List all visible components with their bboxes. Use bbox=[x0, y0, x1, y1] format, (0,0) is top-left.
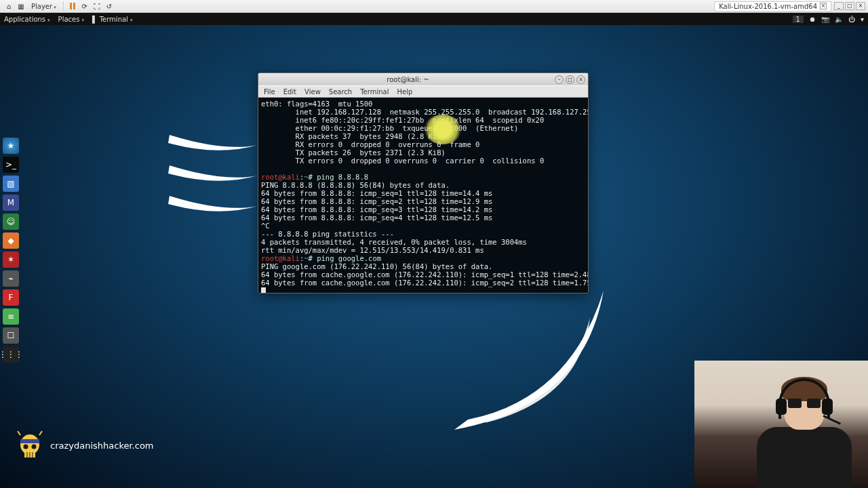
svg-rect-1 bbox=[20, 439, 39, 443]
terminal-glyph-icon: ▌ bbox=[92, 16, 98, 23]
terminal-body[interactable]: eth0: flags=4163 mtu 1500 inet 192.168.1… bbox=[258, 98, 588, 293]
swoosh-decoration-large bbox=[448, 270, 624, 433]
svg-point-2 bbox=[24, 445, 28, 449]
window-controls: – ◻ × bbox=[555, 75, 585, 84]
workspace-indicator[interactable]: 1 bbox=[793, 16, 804, 23]
guest-desktop: Applications Places ▌Terminal 1 ⏺ 📷 🔈 ⏻ … bbox=[0, 13, 868, 488]
vm-tab[interactable]: Kali-Linux-2016.1-vm-amd64 × bbox=[714, 1, 831, 12]
terminal-window: root@kali: ~ – ◻ × FileEditViewSearchTer… bbox=[258, 73, 589, 293]
gnome-tray: 1 ⏺ 📷 🔈 ⏻ ▾ bbox=[793, 16, 864, 23]
viking-skull-icon bbox=[16, 431, 43, 460]
home-icon[interactable]: ⌂ bbox=[4, 1, 14, 11]
watermark: crazydanishhacker.com bbox=[16, 431, 154, 460]
terminal-title: root@kali: ~ bbox=[261, 76, 555, 83]
swoosh-decoration bbox=[163, 128, 264, 223]
vmware-minimize-icon[interactable]: _ bbox=[834, 2, 844, 10]
dock-metasploit[interactable]: M bbox=[3, 195, 19, 211]
terminal-menu-edit[interactable]: Edit bbox=[283, 88, 296, 96]
window-minimize-icon[interactable]: – bbox=[555, 75, 564, 84]
vmware-maximize-icon[interactable]: □ bbox=[845, 2, 854, 10]
volume-icon[interactable]: 🔈 bbox=[835, 16, 843, 23]
dock: ★>_▧M☺◆✶⌁F≡☐⋮⋮⋮ bbox=[0, 135, 22, 365]
camera-icon[interactable]: 📷 bbox=[821, 16, 829, 23]
terminal-titlebar[interactable]: root@kali: ~ – ◻ × bbox=[258, 73, 588, 85]
terminal-menubar: FileEditViewSearchTerminalHelp bbox=[258, 85, 588, 98]
vm-tab-title: Kali-Linux-2016.1-vm-amd64 bbox=[719, 3, 817, 10]
pause-icon[interactable] bbox=[68, 1, 77, 11]
dock-show-apps[interactable]: ⋮⋮⋮ bbox=[3, 346, 19, 363]
dock-terminal[interactable]: >_ bbox=[3, 157, 19, 173]
window-maximize-icon[interactable]: ◻ bbox=[566, 75, 574, 84]
library-icon[interactable]: ▦ bbox=[16, 1, 26, 11]
terminal-menu-terminal[interactable]: Terminal bbox=[360, 88, 389, 96]
unity-icon[interactable]: ↺ bbox=[104, 1, 114, 11]
vmware-toolbar-left: ⌂ ▦ Player ⟳ ⛶ ↺ bbox=[0, 1, 118, 11]
terminal-menu-view[interactable]: View bbox=[304, 88, 321, 96]
record-icon[interactable]: ⏺ bbox=[809, 16, 816, 23]
places-menu[interactable]: Places bbox=[58, 16, 84, 23]
terminal-menu-help[interactable]: Help bbox=[397, 88, 412, 96]
webcam-person bbox=[743, 373, 852, 488]
vmware-window-controls: _ □ × bbox=[831, 2, 868, 10]
gnome-topbar: Applications Places ▌Terminal 1 ⏺ 📷 🔈 ⏻ … bbox=[0, 13, 868, 25]
dock-files[interactable]: ▧ bbox=[3, 176, 19, 192]
dock-starred[interactable]: ★ bbox=[3, 138, 19, 154]
dock-beef[interactable]: ⌁ bbox=[3, 270, 19, 287]
watermark-text: crazydanishhacker.com bbox=[50, 441, 154, 451]
webcam-overlay bbox=[694, 361, 868, 488]
svg-point-0 bbox=[20, 434, 39, 455]
vmware-close-icon[interactable]: × bbox=[856, 2, 865, 10]
toolbar-separator bbox=[63, 1, 64, 11]
vmware-toolbar: ⌂ ▦ Player ⟳ ⛶ ↺ Kali-Linux-2016.1-vm-am… bbox=[0, 0, 868, 13]
window-close-icon[interactable]: × bbox=[576, 75, 585, 84]
vm-tab-close-icon[interactable]: × bbox=[820, 3, 827, 9]
send-cad-icon[interactable]: ⟳ bbox=[80, 1, 90, 11]
dock-maltego[interactable]: ✶ bbox=[3, 251, 19, 268]
svg-point-3 bbox=[32, 445, 37, 449]
dock-armitage[interactable]: ☺ bbox=[3, 214, 19, 230]
applications-menu[interactable]: Applications bbox=[4, 16, 50, 23]
terminal-menu-search[interactable]: Search bbox=[329, 88, 352, 96]
dock-leafpad[interactable]: ≡ bbox=[3, 308, 19, 325]
dock-burp[interactable]: ◆ bbox=[3, 232, 19, 249]
active-app-menu[interactable]: ▌Terminal bbox=[92, 16, 132, 23]
terminal-menu-file[interactable]: File bbox=[264, 88, 275, 96]
fullscreen-icon[interactable]: ⛶ bbox=[92, 1, 102, 11]
dock-tweaks[interactable]: ☐ bbox=[3, 327, 19, 344]
terminal-cursor bbox=[261, 287, 266, 293]
chevron-down-icon[interactable]: ▾ bbox=[861, 16, 864, 23]
player-menu[interactable]: Player bbox=[28, 3, 59, 10]
power-icon[interactable]: ⏻ bbox=[848, 16, 855, 23]
dock-faraday[interactable]: F bbox=[3, 289, 19, 306]
